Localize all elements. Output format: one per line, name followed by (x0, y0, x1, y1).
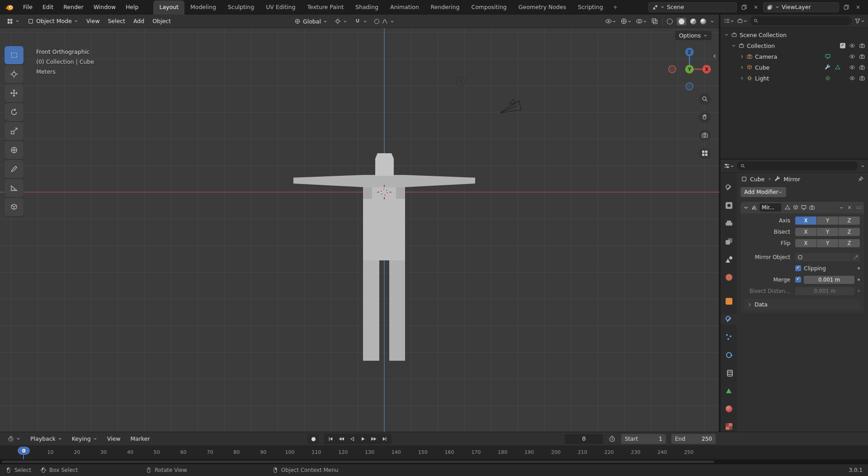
properties-options-chevron[interactable] (861, 164, 865, 168)
workspace-tab[interactable]: Geometry Nodes (513, 0, 572, 14)
tool-cursor[interactable] (5, 65, 24, 83)
viewlayer-delete-button[interactable] (854, 2, 863, 12)
eye-icon[interactable] (849, 42, 855, 49)
properties-tab-scene[interactable] (721, 254, 737, 264)
workspace-tab[interactable]: UV Editing (260, 0, 301, 14)
modifier-name-field[interactable]: Mir... (760, 203, 781, 212)
tool-annotate[interactable] (5, 160, 24, 178)
properties-tab-render[interactable] (721, 201, 737, 211)
grid-ortho-button[interactable] (699, 147, 711, 159)
properties-tab-object-data[interactable] (721, 386, 737, 396)
scene-selector[interactable]: Scene (648, 2, 737, 12)
render-toggle[interactable] (809, 204, 815, 211)
current-frame-indicator[interactable]: 0 (18, 447, 30, 455)
properties-tab-modifiers[interactable] (721, 314, 737, 325)
shading-rendered-button[interactable] (700, 19, 706, 24)
render-visibility-icon[interactable] (859, 42, 865, 49)
merge-checkbox[interactable] (795, 277, 801, 283)
bisect-x-button[interactable]: X (795, 228, 816, 236)
transport-play[interactable] (358, 434, 368, 443)
tool-rotate[interactable] (5, 103, 24, 121)
properties-tab-object[interactable] (721, 296, 737, 306)
workspace-tab[interactable]: Texture Paint (301, 0, 349, 14)
expand-chevron-icon[interactable] (731, 43, 736, 48)
breadcrumb-modifier[interactable]: Mirror (783, 176, 800, 183)
workspace-tab[interactable]: Scripting (572, 0, 609, 14)
timeline-ruler[interactable]: 0 01020304050607080901001101201301401501… (0, 446, 868, 460)
visibility-dropdown[interactable] (605, 18, 616, 25)
properties-editor-type-button[interactable] (724, 163, 734, 170)
properties-tab-tool[interactable] (721, 183, 737, 193)
properties-tab-texture[interactable] (721, 422, 737, 432)
workspace-tab[interactable]: Sculpting (222, 0, 260, 14)
shading-solid-button[interactable] (677, 18, 686, 25)
animate-decorator[interactable] (858, 267, 860, 269)
flip-z-button[interactable]: Z (839, 239, 860, 247)
close-icon[interactable] (847, 205, 852, 210)
data-subpanel-header[interactable]: Data (744, 299, 861, 310)
snap-toggle[interactable] (353, 14, 368, 28)
scene-copy-button[interactable] (740, 2, 749, 12)
gizmo-neg-z-ball[interactable] (686, 83, 693, 90)
animate-decorator[interactable] (858, 290, 860, 292)
edit-mode-toggle[interactable] (793, 204, 799, 211)
properties-tab-particles[interactable] (721, 332, 737, 343)
overlays-toggle[interactable] (636, 18, 647, 25)
topbar-menu[interactable]: Help (121, 0, 144, 14)
drag-handle-icon[interactable] (855, 204, 862, 211)
properties-tab-physics[interactable] (721, 350, 737, 360)
viewlayer-selector[interactable]: ViewLayer (763, 2, 839, 12)
outliner-search-input[interactable] (750, 16, 852, 25)
axis-gizmo[interactable]: Z X Y (669, 48, 711, 90)
properties-search-input[interactable] (737, 161, 858, 170)
pin-icon[interactable] (858, 176, 864, 182)
transport-next-frame[interactable] (369, 434, 379, 443)
bisect-distance-field[interactable]: 0.001 m (795, 287, 854, 295)
tool-measure[interactable] (5, 179, 24, 197)
outliner-filter-button[interactable] (854, 18, 865, 24)
frame-start-field[interactable]: Start 1 (621, 434, 666, 444)
light-object[interactable] (456, 77, 465, 86)
camera-view-button[interactable] (699, 129, 711, 141)
scrollbar-thumb[interactable] (2, 461, 714, 463)
preview-range-clock-icon[interactable] (609, 435, 616, 443)
outliner-row-light[interactable]: Light (721, 73, 868, 84)
transport-skip-start[interactable] (326, 434, 335, 443)
transform-orientation-selector[interactable]: Global (293, 14, 329, 28)
current-frame-field[interactable]: 0 (565, 434, 603, 444)
timeline-menu[interactable]: Playback (26, 435, 66, 442)
modifier-extras-chevron[interactable] (840, 206, 844, 210)
mirror-object-field[interactable] (795, 253, 851, 261)
shading-wireframe-button[interactable] (667, 19, 673, 24)
mode-selector[interactable]: Object Mode (24, 14, 81, 28)
outliner-row-scene-collection[interactable]: Scene Collection (721, 29, 868, 40)
xray-toggle[interactable] (651, 18, 658, 25)
render-visibility-icon[interactable] (859, 53, 865, 60)
animate-decorator[interactable] (858, 278, 860, 281)
viewport-menu[interactable]: Add (130, 14, 147, 28)
viewport-menu[interactable]: Select (104, 14, 128, 28)
render-visibility-icon[interactable] (859, 64, 865, 71)
collapse-chevron-icon[interactable] (743, 205, 749, 210)
gizmos-toggle[interactable] (620, 18, 632, 25)
topbar-menu[interactable]: Edit (38, 0, 58, 14)
outliner-row-collection[interactable]: Collection (721, 40, 868, 51)
frame-end-field[interactable]: End 250 (671, 434, 716, 444)
workspace-tab[interactable]: Layout (153, 0, 184, 14)
pivot-point-selector[interactable] (333, 14, 349, 28)
add-workspace-button[interactable]: + (609, 0, 622, 14)
outliner-editor-type-button[interactable] (724, 18, 734, 24)
properties-tab-material[interactable] (721, 404, 737, 414)
tool-select-box[interactable] (5, 46, 24, 64)
collection-checkbox[interactable] (840, 43, 845, 48)
outliner-display-mode-button[interactable] (737, 18, 747, 24)
topbar-menu[interactable]: File (18, 0, 38, 14)
properties-tab-world[interactable] (721, 272, 737, 283)
proportional-edit-toggle[interactable] (373, 14, 396, 28)
axis-z-button[interactable]: Z (839, 217, 860, 225)
topbar-menu[interactable]: Render (58, 0, 89, 14)
blender-logo-icon[interactable] (5, 3, 14, 11)
flip-x-button[interactable]: X (795, 239, 816, 247)
object-icon[interactable] (741, 176, 747, 182)
expand-chevron-icon[interactable] (724, 33, 729, 37)
